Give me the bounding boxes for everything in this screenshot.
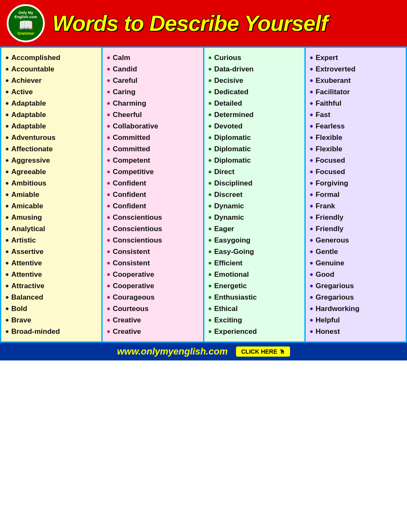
list-item: Gregarious [310,280,403,292]
list-item: Charming [107,98,200,109]
list-item: Determined [209,109,302,120]
list-item: Cooperative [107,269,200,280]
list-item: Confident [107,189,200,200]
list-item: Gentle [310,246,403,257]
list-item: Genuine [310,257,403,269]
list-item: Facilitator [310,86,403,98]
list-item: Eager [209,223,302,235]
list-item: Aggressive [5,155,99,166]
list-item: Analytical [5,223,99,235]
list-item: Amusing [5,212,99,223]
list-item: Honest [310,326,403,337]
list-item: Amicable [5,200,99,212]
list-item: Accomplished [5,52,99,63]
list-item: Gregarious [310,292,403,303]
list-item: Committed [107,132,200,143]
list-item: Formal [310,189,403,200]
list-item: Extroverted [310,63,403,75]
page-footer: www.onlymyenglish.com CLICK HERE 🖱 [0,343,407,360]
list-item: Ambitious [5,177,99,189]
list-item: Cooperative [107,280,200,292]
list-item: Committed [107,143,200,155]
list-item: Agreeable [5,166,99,177]
list-item: Active [5,86,99,98]
word-list-col2: CalmCandidCarefulCaringCharmingCheerfulC… [107,52,200,337]
list-item: Helpful [310,314,403,326]
list-item: Conscientious [107,212,200,223]
list-item: Flexible [310,132,403,143]
list-item: Broad-minded [5,326,99,337]
list-item: Caring [107,86,200,98]
list-item: Diplomatic [209,132,302,143]
page-header: Only My English.com 📖 Grammar Words to D… [0,0,407,46]
list-item: Fearless [310,120,403,132]
list-item: Curious [209,52,302,63]
list-item: Courteous [107,303,200,314]
list-item: Detailed [209,98,302,109]
list-item: Hardworking [310,303,403,314]
list-item: Candid [107,63,200,75]
list-item: Diplomatic [209,155,302,166]
list-item: Friendly [310,223,403,235]
list-item: Calm [107,52,200,63]
page-title: Words to Describe Yourself [52,11,328,36]
list-item: Experienced [209,326,302,337]
list-item: Assertive [5,246,99,257]
column-col2: CalmCandidCarefulCaringCharmingCheerfulC… [103,48,204,341]
list-item: Easy-Going [209,246,302,257]
list-item: Attentive [5,257,99,269]
list-item: Dynamic [209,212,302,223]
list-item: Efficient [209,257,302,269]
word-list-col4: ExpertExtrovertedExuberantFacilitatorFai… [310,52,403,337]
column-col3: CuriousData-drivenDecisiveDedicatedDetai… [204,48,306,341]
list-item: Careful [107,75,200,86]
list-item: Discreet [209,189,302,200]
list-item: Accountable [5,63,99,75]
list-item: Exuberant [310,75,403,86]
list-item: Adaptable [5,109,99,120]
list-item: Forgiving [310,177,403,189]
list-item: Creative [107,326,200,337]
list-item: Faithful [310,98,403,109]
list-item: Confident [107,200,200,212]
column-col4: ExpertExtrovertedExuberantFacilitatorFai… [306,48,406,341]
list-item: Friendly [310,212,403,223]
list-item: Direct [209,166,302,177]
list-item: Data-driven [209,63,302,75]
list-item: Courageous [107,292,200,303]
cursor-icon: 🖱 [279,348,285,355]
list-item: Conscientious [107,223,200,235]
list-item: Decisive [209,75,302,86]
list-item: Amiable [5,189,99,200]
list-item: Disciplined [209,177,302,189]
list-item: Consistent [107,257,200,269]
list-item: Brave [5,314,99,326]
content-grid: AccomplishedAccountableAchieverActiveAda… [0,46,407,343]
list-item: Good [310,269,403,280]
list-item: Conscientious [107,235,200,246]
list-item: Competitive [107,166,200,177]
list-item: Attentive [5,269,99,280]
list-item: Competent [107,155,200,166]
list-item: Easygoing [209,235,302,246]
list-item: Diplomatic [209,143,302,155]
logo-book-icon: 📖 [19,19,33,31]
footer-url: www.onlymyenglish.com [117,346,228,357]
list-item: Frank [310,200,403,212]
word-list-col1: AccomplishedAccountableAchieverActiveAda… [5,52,99,337]
list-item: Dedicated [209,86,302,98]
list-item: Dynamic [209,200,302,212]
list-item: Affectionate [5,143,99,155]
list-item: Focused [310,155,403,166]
logo-bottom-text: Grammar [17,31,34,35]
list-item: Enthusiastic [209,292,302,303]
list-item: Emotional [209,269,302,280]
click-here-button[interactable]: CLICK HERE 🖱 [236,346,290,357]
list-item: Focused [310,166,403,177]
click-here-label: CLICK HERE [241,348,277,355]
word-list-col3: CuriousData-drivenDecisiveDedicatedDetai… [209,52,302,337]
list-item: Fast [310,109,403,120]
list-item: Adaptable [5,120,99,132]
list-item: Creative [107,314,200,326]
list-item: Consistent [107,246,200,257]
